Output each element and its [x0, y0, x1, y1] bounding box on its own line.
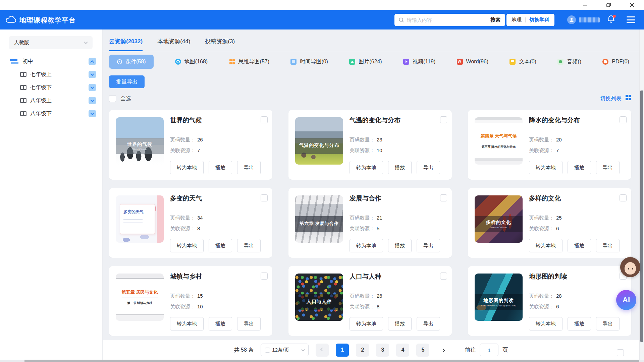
play-button[interactable]: 播放	[209, 239, 232, 252]
play-button[interactable]: 播放	[209, 161, 232, 174]
course-thumbnail[interactable]: 人口与人种	[295, 274, 343, 321]
maximize-icon[interactable]	[606, 2, 611, 8]
to-local-button[interactable]: 转为本地	[350, 317, 383, 330]
filter-chip[interactable]: Word(96)	[457, 59, 488, 65]
chevron-right-icon	[441, 349, 445, 352]
expand-button[interactable]	[89, 97, 96, 104]
menu-icon[interactable]	[627, 16, 635, 23]
sidebar-item-root[interactable]: 初中	[0, 56, 102, 66]
export-button[interactable]: 导出	[417, 317, 440, 330]
export-button[interactable]: 导出	[596, 239, 620, 252]
filter-chip[interactable]: 思维导图(57)	[229, 58, 269, 65]
sidebar-item[interactable]: 八年级下	[0, 109, 102, 119]
to-local-button[interactable]: 转为本地	[170, 161, 204, 174]
filter-chip[interactable]: 视频(119)	[403, 58, 435, 65]
sidebar-item[interactable]: 七年级上	[0, 69, 102, 79]
vertical-scrollbar-thumb[interactable]	[640, 90, 643, 342]
to-local-button[interactable]: 转为本地	[529, 317, 562, 330]
ai-assistant-button[interactable]: AI	[616, 290, 636, 310]
vertical-scrollbar[interactable]	[639, 29, 644, 360]
resource-tab[interactable]: 云资源(2032)	[109, 38, 143, 51]
course-thumbnail[interactable]: 第五章 居民与文化 第二节 城镇与乡村	[116, 274, 164, 321]
play-button[interactable]: 播放	[388, 239, 412, 252]
course-thumbnail[interactable]: 世界的气候 World Climate	[116, 117, 164, 165]
sidebar-item[interactable]: 七年级下	[0, 82, 102, 93]
filter-chip[interactable]: 课件(58)	[109, 55, 154, 69]
edition-select[interactable]: 人教版	[9, 36, 93, 49]
export-button[interactable]: 导出	[237, 239, 261, 252]
export-button[interactable]: 导出	[596, 161, 620, 174]
export-button[interactable]: 导出	[596, 317, 620, 330]
resource-tab[interactable]: 本地资源(44)	[157, 38, 190, 51]
play-button[interactable]: 播放	[209, 317, 232, 330]
play-button[interactable]: 播放	[568, 317, 591, 330]
collapse-button[interactable]	[89, 58, 96, 65]
assistant-avatar[interactable]	[620, 257, 640, 277]
search-input[interactable]	[407, 17, 490, 23]
switch-subject-button[interactable]: 切换学科	[529, 17, 549, 23]
filter-chip[interactable]: 图片(624)	[349, 58, 382, 65]
page-button[interactable]: 2	[356, 344, 369, 357]
play-button[interactable]: 播放	[388, 317, 412, 330]
card-checkbox[interactable]	[440, 116, 447, 123]
filter-chip[interactable]: PDF(0)	[602, 59, 629, 65]
page-size-value: 12条/页	[272, 347, 289, 353]
card-checkbox[interactable]	[261, 116, 268, 123]
to-local-button[interactable]: 转为本地	[529, 239, 562, 252]
course-thumbnail[interactable]: 多变的天气	[116, 195, 164, 243]
expand-button[interactable]	[89, 71, 96, 78]
page-size-select[interactable]: 12条/页	[261, 344, 309, 356]
notification-bell-icon[interactable]	[607, 15, 616, 24]
sidebar-item[interactable]: 八年级上	[0, 96, 102, 106]
to-local-button[interactable]: 转为本地	[170, 239, 204, 252]
resource-tab[interactable]: 投稿资源(3)	[205, 38, 235, 51]
export-button[interactable]: 导出	[417, 161, 440, 174]
user-avatar[interactable]	[567, 15, 576, 24]
to-local-button[interactable]: 转为本地	[350, 239, 383, 252]
export-button[interactable]: 导出	[237, 317, 261, 330]
filter-chip[interactable]: 文本(0)	[509, 58, 536, 65]
card-checkbox[interactable]	[440, 273, 447, 280]
search-button[interactable]: 搜索	[490, 17, 500, 23]
card-checkbox[interactable]	[261, 273, 268, 280]
course-thumbnail[interactable]: 地形图的判读 Interpretation of Topographic Map	[475, 274, 523, 321]
play-button[interactable]: 播放	[568, 161, 591, 174]
page-button[interactable]: 5	[416, 344, 429, 357]
goto-page-input[interactable]	[480, 344, 498, 356]
play-button[interactable]: 播放	[388, 161, 412, 174]
card-checkbox[interactable]	[261, 194, 268, 201]
filter-chip[interactable]: 音频()	[557, 58, 581, 65]
bulk-export-button[interactable]: 批量导出	[109, 75, 145, 88]
export-button[interactable]: 导出	[237, 161, 261, 174]
expand-button[interactable]	[89, 110, 96, 117]
horizontal-scrollbar[interactable]	[0, 360, 644, 362]
page-button[interactable]: 1	[336, 344, 349, 357]
horizontal-scrollbar-thumb[interactable]	[24, 360, 639, 362]
page-button[interactable]: 4	[396, 344, 409, 357]
close-icon[interactable]	[629, 2, 635, 8]
username-redacted	[579, 17, 600, 22]
next-page-button[interactable]	[436, 344, 449, 357]
expand-button[interactable]	[89, 84, 96, 91]
play-button[interactable]: 播放	[568, 239, 591, 252]
card-checkbox[interactable]	[440, 194, 447, 201]
to-local-button[interactable]: 转为本地	[350, 161, 383, 174]
switch-list-button[interactable]: 切换列表	[600, 95, 631, 102]
select-all-checkbox[interactable]	[109, 95, 116, 102]
page-button[interactable]: 3	[376, 344, 389, 357]
minimize-icon[interactable]	[583, 2, 588, 8]
course-thumbnail[interactable]: 第六章 发展与合作	[295, 195, 343, 243]
export-button[interactable]: 导出	[417, 239, 440, 252]
card-checkbox[interactable]	[620, 116, 627, 123]
course-thumbnail[interactable]: 气温的变化与分布	[295, 117, 343, 165]
pagination-checkbox[interactable]	[617, 349, 624, 356]
filter-chip[interactable]: 时间导图(0)	[290, 58, 328, 65]
card-checkbox[interactable]	[620, 194, 627, 201]
filter-chip[interactable]: 地图(168)	[175, 58, 208, 65]
card-title: 气温的变化与分布	[350, 116, 400, 125]
course-thumbnail[interactable]: 第四章 天气与气候 第三节 降水的变化与分布	[475, 117, 523, 165]
course-thumbnail[interactable]: 多样的文化 Diverse Cultures	[475, 195, 523, 243]
to-local-button[interactable]: 转为本地	[529, 161, 562, 174]
to-local-button[interactable]: 转为本地	[170, 317, 204, 330]
prev-page-button[interactable]	[316, 344, 329, 357]
